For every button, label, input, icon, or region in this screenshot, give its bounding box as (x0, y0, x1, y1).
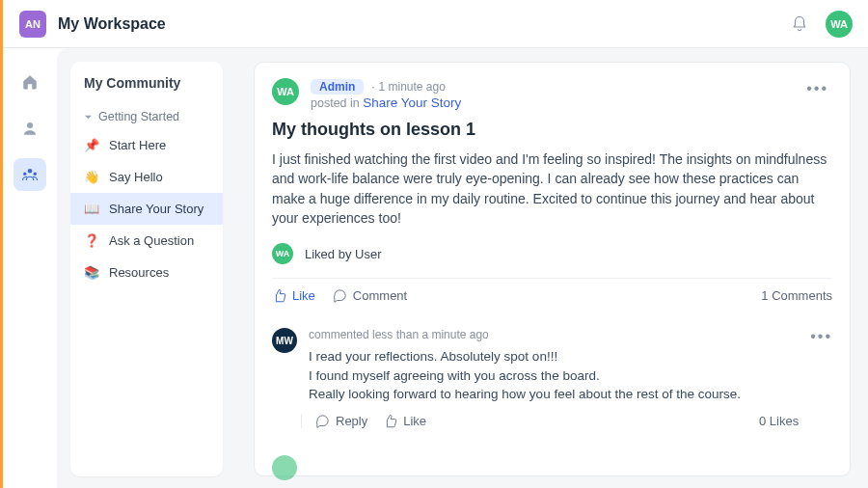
post-context-row: posted in Share Your Story (311, 95, 461, 110)
main: My Community Getting Started 📌 Start Her… (3, 48, 868, 488)
comment-action-bar: Reply Like 0 Likes (301, 414, 799, 428)
post-more-button[interactable]: ••• (802, 78, 832, 99)
svg-point-2 (23, 173, 26, 176)
wave-icon: 👋 (84, 170, 99, 184)
side-item-label: Say Hello (109, 170, 163, 184)
thumbs-up-icon (383, 414, 397, 428)
side-group-label: Getting Started (98, 110, 179, 123)
reply-composer-avatar[interactable] (272, 455, 297, 480)
comment-line: I read your reflections. Absolutely spot… (309, 347, 799, 366)
side-item-label: Start Here (109, 138, 166, 152)
speech-bubble-icon (333, 288, 347, 303)
liked-by-row: WA Liked by User (272, 243, 832, 264)
reply-composer-peek (272, 444, 832, 475)
svg-point-0 (27, 122, 33, 128)
role-badge: Admin (311, 79, 364, 95)
comment-like-button[interactable]: Like (383, 414, 426, 428)
post-header: WA Admin · 1 minute ago posted in Share … (272, 78, 832, 110)
side-item-share-your-story[interactable]: 📖 Share Your Story (70, 193, 223, 225)
reply-button[interactable]: Reply (315, 414, 367, 428)
like-button[interactable]: Like (272, 288, 315, 303)
liked-by-text: Liked by User (305, 247, 381, 261)
user-avatar[interactable]: WA (826, 11, 853, 38)
side-panel-title: My Community (70, 75, 223, 104)
rail-community[interactable] (14, 158, 46, 191)
side-item-label: Resources (109, 265, 169, 280)
notifications-icon[interactable] (791, 15, 808, 33)
community-side-panel: My Community Getting Started 📌 Start Her… (70, 62, 223, 476)
feed: WA Admin · 1 minute ago posted in Share … (254, 62, 851, 488)
post-body: I just finished watching the first video… (272, 149, 832, 228)
posted-in-topic-link[interactable]: Share Your Story (363, 95, 461, 110)
comment-likes-count: 0 Likes (759, 414, 799, 428)
side-item-resources[interactable]: 📚 Resources (70, 257, 223, 288)
nav-rail (3, 48, 57, 488)
pushpin-icon: 📌 (84, 138, 99, 152)
side-item-ask-a-question[interactable]: ❓ Ask a Question (70, 225, 223, 257)
post-time-sep: · (371, 80, 374, 94)
home-icon (21, 73, 39, 91)
post-action-bar: Like Comment 1 Comments (272, 278, 832, 312)
workspace-badge[interactable]: AN (19, 11, 46, 38)
chevron-down-icon (84, 113, 93, 122)
workspace-title: My Workspace (58, 15, 166, 33)
person-icon (21, 120, 39, 137)
comment-more-button[interactable]: ••• (810, 328, 832, 345)
liked-by-avatar[interactable]: WA (272, 243, 293, 264)
side-item-label: Share Your Story (109, 202, 203, 216)
book-icon: 📖 (84, 202, 99, 216)
posted-in-prefix: posted in (311, 96, 363, 110)
comment-body: I read your reflections. Absolutely spot… (309, 347, 799, 404)
reply-label: Reply (336, 414, 367, 428)
post-title: My thoughts on lesson 1 (272, 120, 832, 140)
comment-time: commented less than a minute ago (309, 328, 799, 341)
side-item-say-hello[interactable]: 👋 Say Hello (70, 161, 223, 193)
comment-line: Really looking forward to hearing how yo… (309, 385, 799, 404)
speech-bubble-icon (315, 414, 330, 428)
comment-button[interactable]: Comment (333, 288, 407, 303)
books-icon: 📚 (84, 265, 99, 280)
comment-label: Comment (353, 288, 407, 303)
post-card: WA Admin · 1 minute ago posted in Share … (254, 62, 851, 476)
comment-line: I found myself agreeing with you across … (309, 366, 799, 386)
post-meta-row: Admin · 1 minute ago (311, 78, 461, 95)
rail-profile[interactable] (14, 112, 46, 145)
comment: MW commented less than a minute ago I re… (272, 312, 832, 444)
side-group-getting-started[interactable]: Getting Started (70, 104, 223, 129)
like-label: Like (292, 288, 315, 303)
post-time: 1 minute ago (378, 80, 445, 94)
comments-count[interactable]: 1 Comments (761, 288, 832, 303)
community-icon (21, 166, 39, 183)
rail-home[interactable] (14, 66, 46, 98)
topbar: AN My Workspace WA (0, 0, 868, 48)
question-icon: ❓ (84, 233, 99, 248)
post-author-avatar[interactable]: WA (272, 78, 299, 105)
side-item-start-here[interactable]: 📌 Start Here (70, 129, 223, 161)
comment-like-label: Like (403, 414, 426, 428)
svg-point-3 (34, 173, 37, 176)
comment-author-avatar[interactable]: MW (272, 328, 297, 353)
content-area: My Community Getting Started 📌 Start Her… (57, 48, 868, 488)
side-item-label: Ask a Question (109, 233, 194, 248)
thumbs-up-icon (272, 288, 286, 303)
svg-point-1 (28, 169, 33, 174)
